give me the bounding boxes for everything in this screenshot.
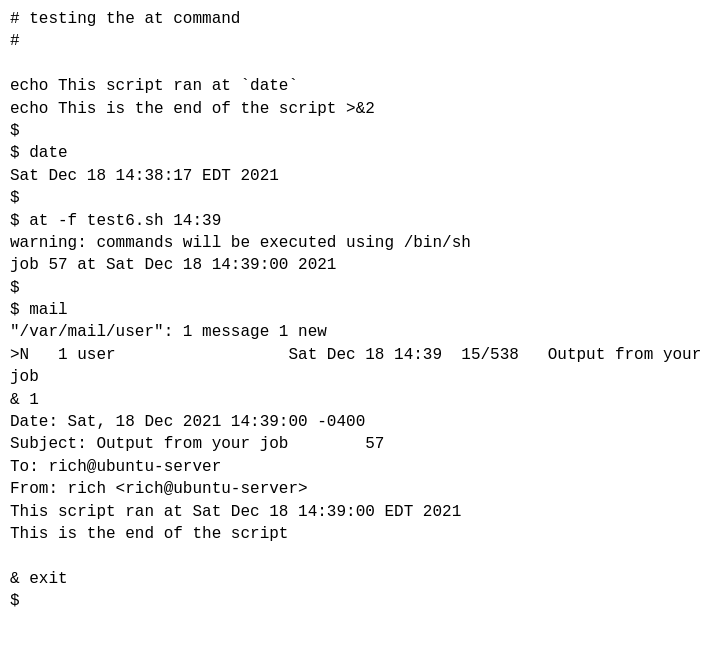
terminal-output: # testing the at command # echo This scr… [10, 8, 710, 613]
